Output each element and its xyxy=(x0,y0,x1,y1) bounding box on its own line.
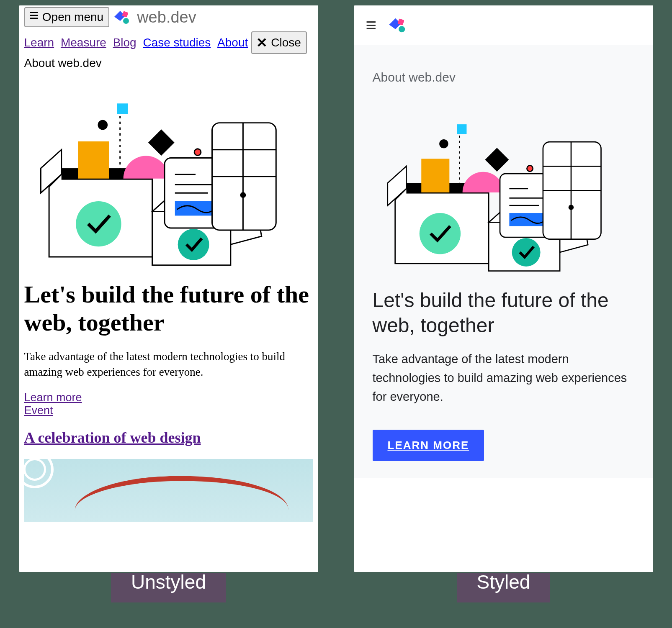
svg-rect-41 xyxy=(509,213,545,226)
svg-point-46 xyxy=(568,205,574,210)
unstyled-topbar: Open menu web.dev xyxy=(24,5,313,27)
hamburger-icon xyxy=(29,10,39,24)
styled-eyebrow: About web.dev xyxy=(373,70,635,85)
svg-point-0 xyxy=(123,18,129,24)
brand-name: web.dev xyxy=(137,8,196,26)
brand-lockup: web.dev xyxy=(113,8,196,26)
hero-illustration xyxy=(24,70,313,271)
svg-point-24 xyxy=(98,120,108,130)
svg-point-32 xyxy=(419,213,460,254)
styled-heading: Let's build the future of the web, toget… xyxy=(373,288,635,338)
svg-rect-47 xyxy=(485,148,509,172)
learn-more-link[interactable]: Learn more xyxy=(24,391,82,404)
unstyled-panel: Open menu web.dev Learn Measure Blog Cas… xyxy=(18,4,319,573)
styled-lead: Take advantage of the latest modern tech… xyxy=(373,350,635,406)
nav-learn[interactable]: Learn xyxy=(24,36,54,49)
unstyled-heading: Let's build the future of the web, toget… xyxy=(24,281,313,336)
hero-illustration xyxy=(373,93,635,277)
open-menu-label: Open menu xyxy=(42,10,103,24)
styled-panel: About web.dev xyxy=(353,4,654,573)
open-menu-button[interactable]: Open menu xyxy=(24,7,110,27)
unstyled-links: Learn more Event xyxy=(24,391,313,417)
svg-rect-21 xyxy=(148,129,174,156)
svg-point-36 xyxy=(512,238,540,267)
unstyled-eyebrow: About web.dev xyxy=(24,56,313,70)
article-link[interactable]: A celebration of web design xyxy=(24,429,201,446)
close-icon xyxy=(256,35,268,51)
svg-point-10 xyxy=(178,229,209,260)
snowflake-icon xyxy=(24,459,54,488)
svg-rect-5 xyxy=(78,141,109,179)
unstyled-nav: Learn Measure Blog Case studies About Cl… xyxy=(24,31,313,54)
styled-content: About web.dev xyxy=(354,45,653,478)
svg-rect-51 xyxy=(457,124,466,134)
event-link[interactable]: Event xyxy=(24,404,53,417)
unstyled-lead: Take advantage of the latest modern tech… xyxy=(24,349,313,379)
learn-more-button[interactable]: LEARN MORE xyxy=(373,430,484,461)
nav-case-studies[interactable]: Case studies xyxy=(143,36,211,49)
webdev-logo-icon xyxy=(113,8,133,26)
webdev-logo-icon xyxy=(387,15,409,35)
article-heading: A celebration of web design xyxy=(24,429,313,446)
close-label: Close xyxy=(271,36,301,49)
article-image xyxy=(24,459,313,522)
svg-rect-25 xyxy=(117,103,128,114)
nav-about[interactable]: About xyxy=(217,36,248,49)
styled-appbar xyxy=(354,5,653,45)
svg-point-48 xyxy=(527,165,533,171)
svg-point-6 xyxy=(76,201,121,246)
svg-point-50 xyxy=(439,139,448,148)
close-menu-button[interactable]: Close xyxy=(251,31,307,54)
svg-point-22 xyxy=(194,149,201,156)
hamburger-icon[interactable] xyxy=(366,15,377,36)
svg-point-26 xyxy=(399,26,405,32)
nav-blog[interactable]: Blog xyxy=(113,36,136,49)
svg-rect-15 xyxy=(175,201,214,216)
script-text-decoration xyxy=(74,472,289,522)
svg-rect-31 xyxy=(421,159,449,192)
nav-measure[interactable]: Measure xyxy=(61,36,106,49)
svg-point-20 xyxy=(240,192,246,198)
